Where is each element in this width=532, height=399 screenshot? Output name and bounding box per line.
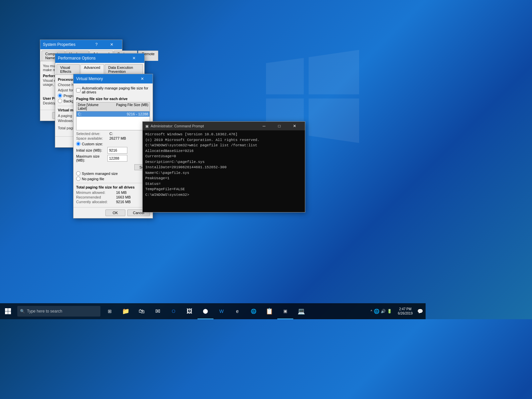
vm-space-row: Space available: 26277 MB <box>76 136 150 140</box>
taskbar-cmd[interactable]: ▣ <box>277 303 293 319</box>
vm-initial-label: Initial size (MB): <box>76 148 106 152</box>
taskbar-outlook[interactable]: O <box>166 303 182 319</box>
tab-visual-effects[interactable]: Visual Effects <box>57 64 80 74</box>
tray-notification[interactable]: 💬 <box>417 309 423 314</box>
cmd-maximize-btn[interactable]: □ <box>272 122 287 130</box>
vm-nopaging-row: No paging file <box>76 177 150 181</box>
perf-window-controls: ✕ <box>126 54 142 63</box>
vm-min-row: Minimum allowed: 16 MB <box>76 191 150 195</box>
perf-close-btn[interactable]: ✕ <box>126 54 142 63</box>
vm-space-label: Space available: <box>76 136 109 140</box>
vm-table-empty <box>76 117 150 130</box>
vm-radio-custom[interactable] <box>76 142 80 146</box>
time-display: 2:47 PM <box>399 307 411 311</box>
taskbar-photos[interactable]: 🖼 <box>182 303 198 319</box>
search-placeholder: Type here to search <box>27 309 62 314</box>
vm-title: Virtual Memory <box>76 76 135 81</box>
vm-paging-title: Paging file size for each drive <box>76 97 150 101</box>
vm-controls: ✕ <box>135 74 150 83</box>
vm-col-size: Paging File Size (MB) <box>106 102 150 111</box>
vm-titlebar[interactable]: Virtual Memory ✕ <box>73 74 153 83</box>
taskbar-store[interactable]: 🛍 <box>134 303 150 319</box>
system-properties-titlebar[interactable]: System Properties ? ✕ <box>40 40 122 49</box>
vm-selected-drive-row: Selected drive: C: <box>76 132 150 136</box>
taskbar-mail[interactable]: ✉ <box>150 303 166 319</box>
vm-close-btn[interactable]: ✕ <box>135 74 150 83</box>
cmd-close-btn[interactable]: ✕ <box>287 122 302 130</box>
taskbar-clock[interactable]: 2:47 PM 6/26/2019 <box>395 307 416 316</box>
tray-icons: ^ 🌐 🔊 🔋 <box>369 309 393 314</box>
cmd-line-9: Name=C:\pagefile.sys <box>145 170 302 176</box>
tab-advanced-perf[interactable]: Advanced <box>80 64 104 74</box>
cmd-line-14: C:\WINDOWS\system32> <box>145 192 302 198</box>
vm-ok-btn[interactable]: OK <box>105 209 125 216</box>
search-icon: 🔍 <box>20 309 25 314</box>
vm-custom-row: Custom size: <box>76 142 150 146</box>
virtual-memory-window: Virtual Memory ✕ Automatically manage pa… <box>73 74 153 218</box>
start-button[interactable] <box>0 303 16 319</box>
help-button[interactable]: ? <box>89 40 104 49</box>
task-view-btn[interactable]: ⊞ <box>102 303 118 319</box>
cmd-title: Administrator: Command Prompt <box>151 124 204 128</box>
cmd-line-8: InstallDate=20190626144601.152652-300 <box>145 165 302 170</box>
taskbar-file-explorer[interactable]: 📁 <box>118 303 134 319</box>
vm-size-cell: 9216 - 12288 <box>106 111 150 117</box>
vm-table-row-0[interactable]: C: 9216 - 12288 <box>76 111 150 117</box>
vm-system-row: System managed size <box>76 171 150 176</box>
tab-dep[interactable]: Data Execution Prevention <box>105 64 143 74</box>
taskbar-chrome[interactable]: ⬤ <box>198 303 213 319</box>
radio-background[interactable] <box>58 99 62 103</box>
vm-col-drive: Drive [Volume Label] <box>76 102 106 111</box>
perf-options-titlebar[interactable]: Performance Options ✕ <box>55 54 144 63</box>
vm-radio-section: Custom size: Initial size (MB): 9216 Max… <box>76 142 150 181</box>
taskbar-edge2[interactable]: 🌐 <box>245 303 261 319</box>
vm-max-row: Maximum size (MB): 12288 <box>76 154 150 162</box>
cmd-line-0: Microsoft Windows [Version 10.0.18362.47… <box>145 132 302 137</box>
cmd-controls: ─ □ ✕ <box>256 122 302 130</box>
radio-programs[interactable] <box>58 93 62 98</box>
taskbar-search[interactable]: 🔍 Type here to search <box>17 306 100 317</box>
vm-radio-system[interactable] <box>76 171 80 176</box>
cmd-body[interactable]: Microsoft Windows [Version 10.0.18362.47… <box>143 130 305 212</box>
vm-custom-label: Custom size: <box>82 142 103 146</box>
cmd-minimize-btn[interactable]: ─ <box>256 122 272 130</box>
vm-initial-input[interactable]: 9216 <box>107 147 127 154</box>
vm-auto-checkbox[interactable] <box>76 88 80 92</box>
cmd-line-6: CurrentUsage=0 <box>145 154 302 159</box>
vm-max-label: Maximum size (MB): <box>76 154 106 162</box>
vm-curr-value: 9216 MB <box>116 200 131 204</box>
vm-min-label: Minimum allowed: <box>76 191 116 195</box>
tray-battery[interactable]: 🔋 <box>387 309 392 314</box>
vm-rec-value: 1663 MB <box>116 195 131 199</box>
taskbar-app2[interactable]: 💻 <box>293 303 309 319</box>
taskbar-app1[interactable]: 📋 <box>261 303 277 319</box>
cmd-line-3: C:\WINDOWS\system32>wmic pagefile list /… <box>145 143 302 148</box>
vm-drive-cell: C: <box>76 111 106 117</box>
vm-recommended-row: Recommended 1663 MB <box>76 195 150 199</box>
vm-curr-label: Currently allocated: <box>76 200 116 204</box>
taskbar-tray: ^ 🌐 🔊 🔋 2:47 PM 6/26/2019 💬 <box>367 303 426 319</box>
command-prompt-window: ▣ Administrator: Command Prompt ─ □ ✕ Mi… <box>142 121 305 212</box>
vm-auto-label: Automatically manage paging file size fo… <box>82 86 150 94</box>
date-display: 6/26/2019 <box>398 311 413 316</box>
system-properties-title: System Properties <box>43 42 89 47</box>
vm-space-value: 26277 MB <box>109 136 126 140</box>
vm-table-header: Drive [Volume Label] Paging File Size (M… <box>76 102 150 111</box>
vm-system-label: System managed size <box>82 172 118 176</box>
cmd-titlebar[interactable]: ▣ Administrator: Command Prompt ─ □ ✕ <box>143 122 305 130</box>
vm-current-row: Currently allocated: 9216 MB <box>76 200 150 204</box>
taskbar: 🔍 Type here to search ⊞ 📁 🛍 ✉ O 🖼 ⬤ W e … <box>0 303 426 319</box>
vm-max-input[interactable]: 12288 <box>107 155 127 162</box>
taskbar-edge[interactable]: e <box>229 303 245 319</box>
vm-footer: OK Cancel <box>73 207 153 218</box>
vm-body: Automatically manage paging file size fo… <box>73 83 153 207</box>
close-button[interactable]: ✕ <box>104 40 119 49</box>
cmd-title-icon: ▣ <box>145 124 149 128</box>
taskbar-word[interactable]: W <box>213 303 229 319</box>
tray-chevron[interactable]: ^ <box>371 310 372 313</box>
tray-network[interactable]: 🌐 <box>374 309 379 314</box>
cmd-line-1: (c) 2019 Microsoft Corporation. All righ… <box>145 137 302 143</box>
vm-radio-nopaging[interactable] <box>76 177 80 181</box>
tray-volume[interactable]: 🔊 <box>381 309 386 314</box>
taskbar-apps: 📁 🛍 ✉ O 🖼 ⬤ W e 🌐 📋 ▣ 💻 <box>118 303 309 319</box>
